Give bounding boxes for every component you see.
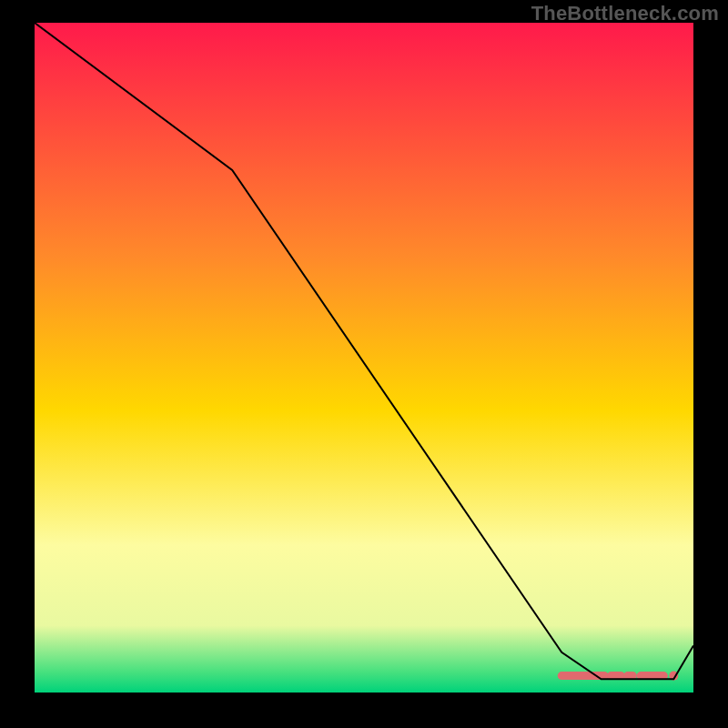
gradient-background [35, 23, 693, 693]
plot-area [35, 23, 693, 693]
chart-frame: TheBottleneck.com [0, 0, 728, 728]
chart-svg [35, 23, 693, 693]
